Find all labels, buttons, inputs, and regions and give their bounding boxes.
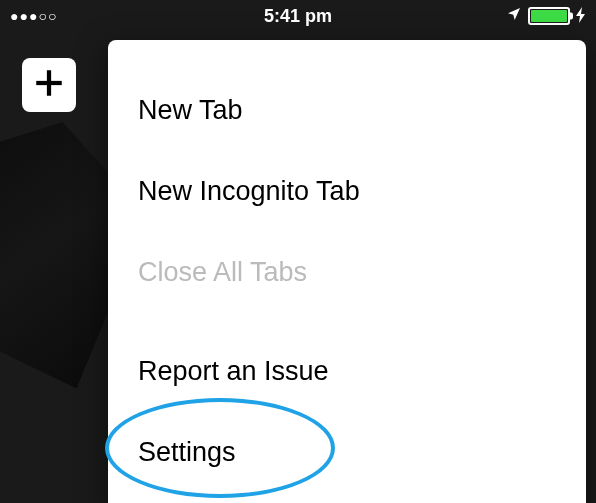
menu-item-report-issue[interactable]: Report an Issue <box>138 331 586 412</box>
status-bar: ●●●○○ 5:41 pm <box>0 0 596 32</box>
signal-strength: ●●●○○ <box>10 8 57 24</box>
signal-dots-icon: ●●●○○ <box>10 8 57 24</box>
menu-item-new-tab[interactable]: New Tab <box>138 70 586 151</box>
battery-icon <box>528 7 570 25</box>
charging-icon <box>576 7 586 26</box>
location-icon <box>506 6 522 26</box>
clock: 5:41 pm <box>264 6 332 27</box>
menu-item-settings[interactable]: Settings <box>138 412 586 493</box>
status-right <box>506 6 586 26</box>
plus-icon <box>32 66 66 104</box>
menu-item-new-incognito-tab[interactable]: New Incognito Tab <box>138 151 586 232</box>
menu-divider <box>138 313 586 331</box>
overflow-menu: New Tab New Incognito Tab Close All Tabs… <box>108 40 586 503</box>
battery-fill <box>531 10 567 22</box>
menu-item-close-all-tabs: Close All Tabs <box>138 232 586 313</box>
new-tab-button[interactable] <box>22 58 76 112</box>
